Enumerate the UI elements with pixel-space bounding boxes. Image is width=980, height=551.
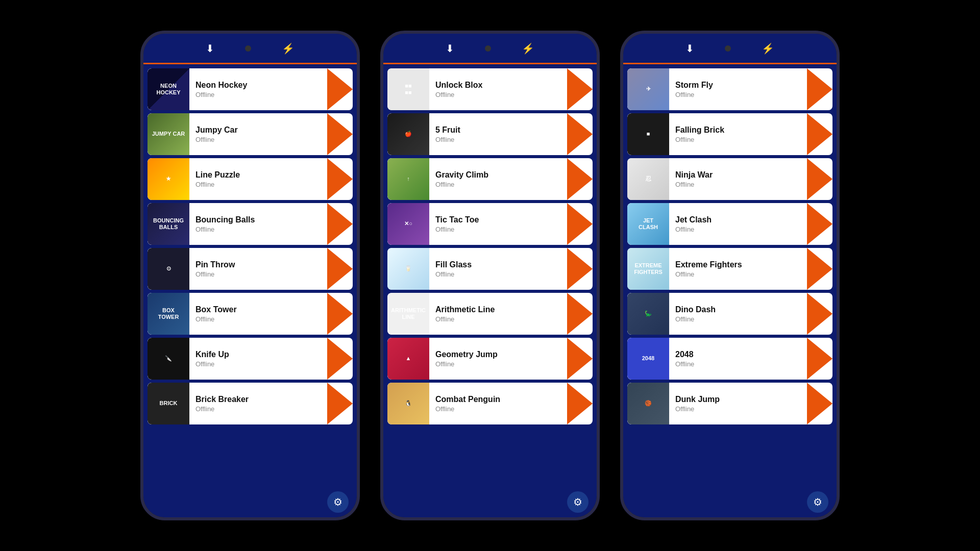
game-title-line-puzzle: Line Puzzle [195, 170, 347, 180]
game-icon-extreme-fighters: EXTREME FIGHTERS [627, 248, 669, 290]
game-status-box-tower: Offline [195, 315, 347, 323]
game-icon-arithmetic-line: ARITHMETIC LINE [387, 293, 429, 335]
game-info-combat-penguin: Combat PenguinOffline [429, 391, 593, 417]
game-item-combat-penguin[interactable]: 🐧Combat PenguinOffline [387, 383, 593, 424]
settings-button[interactable]: ⚙ [327, 491, 349, 513]
game-item-ninja-war[interactable]: 忍Ninja WarOffline [627, 158, 832, 200]
game-icon-text-jet-clash: JET CLASH [627, 203, 669, 245]
game-icon-text-pin-throw: ⊙ [148, 248, 189, 290]
game-info-tic-tac-toe: Tic Tac ToeOffline [429, 211, 593, 237]
game-item-unlock-blox[interactable]: ■■ ■■Unlock BloxOffline [387, 68, 593, 110]
game-icon-text-combat-penguin: 🐧 [387, 383, 429, 424]
game-title-extreme-fighters: Extreme Fighters [675, 260, 826, 269]
game-icon-line-puzzle: ★ [148, 158, 189, 200]
game-icon-bouncing-balls: BOUNCING BALLS [148, 203, 189, 245]
game-title-dino-dash: Dino Dash [675, 305, 826, 314]
game-item-2048[interactable]: 20482048Offline [627, 338, 832, 380]
game-item-box-tower[interactable]: BOX TOWERBox TowerOffline [148, 293, 353, 335]
phone-header: ⬇ ⚡ [383, 34, 597, 64]
game-status-neon-hockey: Offline [195, 91, 347, 98]
game-item-brick-breaker[interactable]: BRICKBrick BreakerOffline [148, 383, 353, 424]
game-icon-text-gravity-climb: ↑ [387, 158, 429, 200]
game-status-brick-breaker: Offline [195, 405, 347, 413]
game-item-neon-hockey[interactable]: NEON HOCKEYNeon HockeyOffline [148, 68, 353, 110]
game-title-dunk-jump: Dunk Jump [675, 395, 826, 404]
game-title-fill-glass: Fill Glass [435, 260, 586, 269]
game-icon-text-bouncing-balls: BOUNCING BALLS [148, 203, 189, 245]
game-item-extreme-fighters[interactable]: EXTREME FIGHTERSExtreme FightersOffline [627, 248, 832, 290]
game-status-5-fruit: Offline [435, 136, 586, 143]
game-title-neon-hockey: Neon Hockey [195, 81, 347, 90]
bolt-icon[interactable]: ⚡ [282, 42, 295, 55]
game-list: NEON HOCKEYNeon HockeyOfflineJUMPY CARJu… [143, 64, 357, 487]
game-icon-text-fill-glass: 🥛 [387, 248, 429, 290]
phone-footer: ⚙ [143, 487, 357, 517]
download-icon[interactable]: ⬇ [446, 42, 454, 55]
game-icon-text-dunk-jump: 🏀 [627, 383, 669, 424]
game-status-storm-fly: Offline [675, 91, 826, 98]
game-icon-5-fruit: 🍎 [387, 113, 429, 155]
game-title-jumpy-car: Jumpy Car [195, 126, 347, 135]
game-info-dino-dash: Dino DashOffline [669, 301, 832, 327]
settings-button[interactable]: ⚙ [807, 491, 828, 513]
game-item-arithmetic-line[interactable]: ARITHMETIC LINEArithmetic LineOffline [387, 293, 593, 335]
game-item-knife-up[interactable]: 🔪Knife UpOffline [148, 338, 353, 380]
game-title-5-fruit: 5 Fruit [435, 126, 586, 135]
game-status-combat-penguin: Offline [435, 405, 586, 413]
game-icon-text-unlock-blox: ■■ ■■ [387, 68, 429, 110]
game-info-unlock-blox: Unlock BloxOffline [429, 77, 593, 103]
game-item-bouncing-balls[interactable]: BOUNCING BALLSBouncing BallsOffline [148, 203, 353, 245]
game-item-fill-glass[interactable]: 🥛Fill GlassOffline [387, 248, 593, 290]
game-icon-neon-hockey: NEON HOCKEY [148, 68, 189, 110]
game-title-unlock-blox: Unlock Blox [435, 81, 586, 90]
game-list: ✈Storm FlyOffline■Falling BrickOffline忍N… [623, 64, 837, 487]
game-item-falling-brick[interactable]: ■Falling BrickOffline [627, 113, 832, 155]
game-info-gravity-climb: Gravity ClimbOffline [429, 166, 593, 192]
game-item-dunk-jump[interactable]: 🏀Dunk JumpOffline [627, 383, 832, 424]
game-title-gravity-climb: Gravity Climb [435, 170, 586, 180]
game-status-falling-brick: Offline [675, 136, 826, 143]
game-icon-text-box-tower: BOX TOWER [148, 293, 189, 335]
game-item-jumpy-car[interactable]: JUMPY CARJumpy CarOffline [148, 113, 353, 155]
game-icon-jumpy-car: JUMPY CAR [148, 113, 189, 155]
game-icon-ninja-war: 忍 [627, 158, 669, 200]
game-item-geometry-jump[interactable]: ▲Geometry JumpOffline [387, 338, 593, 380]
game-item-storm-fly[interactable]: ✈Storm FlyOffline [627, 68, 832, 110]
download-icon[interactable]: ⬇ [206, 42, 214, 55]
bolt-icon[interactable]: ⚡ [522, 42, 534, 55]
game-info-brick-breaker: Brick BreakerOffline [189, 391, 353, 417]
game-item-jet-clash[interactable]: JET CLASHJet ClashOffline [627, 203, 832, 245]
game-title-geometry-jump: Geometry Jump [435, 350, 586, 359]
settings-button[interactable]: ⚙ [567, 491, 589, 513]
download-icon[interactable]: ⬇ [685, 42, 694, 55]
game-item-dino-dash[interactable]: 🦕Dino DashOffline [627, 293, 832, 335]
phone-footer: ⚙ [623, 487, 837, 517]
game-item-tic-tac-toe[interactable]: ✕○Tic Tac ToeOffline [387, 203, 593, 245]
game-item-pin-throw[interactable]: ⊙Pin ThrowOffline [148, 248, 353, 290]
game-info-falling-brick: Falling BrickOffline [669, 121, 832, 147]
game-list: ■■ ■■Unlock BloxOffline🍎5 FruitOffline↑G… [383, 64, 597, 487]
game-info-storm-fly: Storm FlyOffline [669, 77, 832, 103]
game-icon-geometry-jump: ▲ [387, 338, 429, 380]
game-info-neon-hockey: Neon HockeyOffline [189, 77, 353, 103]
game-item-line-puzzle[interactable]: ★Line PuzzleOffline [148, 158, 353, 200]
game-icon-text-ninja-war: 忍 [627, 158, 669, 200]
game-icon-brick-breaker: BRICK [148, 383, 189, 424]
game-status-2048: Offline [675, 360, 826, 368]
game-title-jet-clash: Jet Clash [675, 215, 826, 224]
game-status-fill-glass: Offline [435, 270, 586, 278]
game-icon-storm-fly: ✈ [627, 68, 669, 110]
game-icon-text-dino-dash: 🦕 [627, 293, 669, 335]
game-status-extreme-fighters: Offline [675, 270, 826, 278]
game-icon-text-5-fruit: 🍎 [387, 113, 429, 155]
game-icon-text-arithmetic-line: ARITHMETIC LINE [387, 293, 429, 335]
game-item-5-fruit[interactable]: 🍎5 FruitOffline [387, 113, 593, 155]
game-icon-text-falling-brick: ■ [627, 113, 669, 155]
game-info-box-tower: Box TowerOffline [189, 301, 353, 327]
game-icon-unlock-blox: ■■ ■■ [387, 68, 429, 110]
game-title-ninja-war: Ninja War [675, 170, 826, 180]
bolt-icon[interactable]: ⚡ [762, 42, 774, 55]
game-title-tic-tac-toe: Tic Tac Toe [435, 215, 586, 224]
game-title-knife-up: Knife Up [195, 350, 347, 359]
game-item-gravity-climb[interactable]: ↑Gravity ClimbOffline [387, 158, 593, 200]
